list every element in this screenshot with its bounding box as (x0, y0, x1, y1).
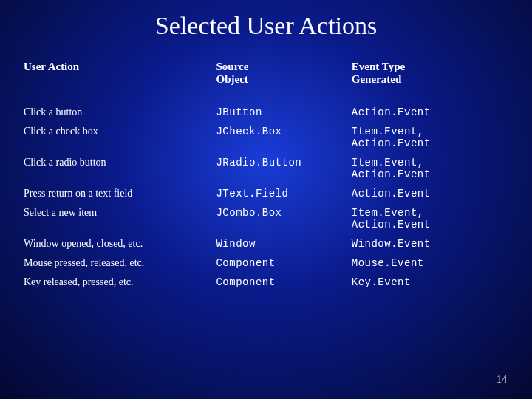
table-row: Mouse pressed, released, etc. Component … (24, 257, 508, 276)
cell-action: Press return on a text field (24, 188, 216, 200)
header-user-action: User Action (24, 61, 216, 86)
table-row: Press return on a text field JText.Field… (24, 188, 508, 207)
cell-event: Key.Event (352, 276, 508, 288)
cell-source: Component (216, 276, 351, 288)
table-row: Click a check box JCheck.Box Item.Event,… (24, 126, 508, 157)
cell-action: Click a radio button (24, 157, 216, 180)
header-source-object: SourceObject (216, 61, 351, 86)
table-row: Window opened, closed, etc. Window Windo… (24, 238, 508, 257)
cell-event: Window.Event (352, 238, 508, 250)
cell-action: Click a button (24, 106, 216, 118)
cell-source: JRadio.Button (216, 157, 351, 180)
cell-source: JCombo.Box (216, 207, 351, 231)
table-row: Key released, pressed, etc. Component Ke… (24, 276, 508, 296)
slide-title: Selected User Actions (0, 0, 532, 61)
cell-event: Action.Event (352, 106, 508, 118)
table-row: Click a radio button JRadio.Button Item.… (24, 157, 508, 188)
cell-event: Item.Event, Action.Event (352, 126, 508, 149)
cell-action: Window opened, closed, etc. (24, 238, 216, 250)
cell-action: Select a new item (24, 207, 216, 231)
table-row: Click a button JButton Action.Event (24, 106, 508, 126)
page-number: 14 (497, 374, 507, 386)
actions-table: User Action SourceObject Event TypeGener… (0, 61, 532, 296)
cell-action: Key released, pressed, etc. (24, 276, 216, 288)
cell-action: Click a check box (24, 126, 216, 149)
cell-event: Item.Event, Action.Event (352, 157, 508, 180)
table-row: Select a new item JCombo.Box Item.Event,… (24, 207, 508, 238)
cell-event: Item.Event, Action.Event (352, 207, 508, 231)
cell-source: Window (216, 238, 351, 250)
table-header-row: User Action SourceObject Event TypeGener… (24, 61, 508, 106)
cell-source: JButton (216, 106, 351, 118)
cell-event: Mouse.Event (352, 257, 508, 269)
cell-source: JText.Field (216, 188, 351, 200)
cell-source: JCheck.Box (216, 126, 351, 149)
cell-action: Mouse pressed, released, etc. (24, 257, 216, 269)
cell-event: Action.Event (352, 188, 508, 200)
header-event-type: Event TypeGenerated (352, 61, 508, 86)
cell-source: Component (216, 257, 351, 269)
